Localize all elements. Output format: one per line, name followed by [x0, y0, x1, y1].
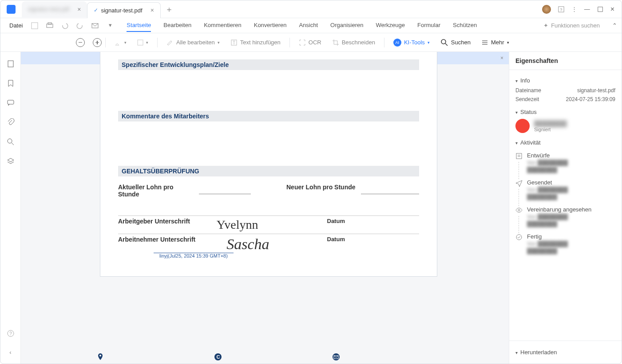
filename-label: Dateiname [515, 87, 541, 94]
activity-from: Von ████████ [527, 187, 568, 193]
activity-ts: ████████ [527, 194, 568, 200]
employer-sig-label: Arbeitgeber Unterschrift [118, 218, 190, 225]
zoom-in-icon[interactable] [93, 38, 102, 47]
activity-title: Gesendet [527, 179, 568, 186]
signature-metadata: linyj(Jul25, 2024 15:39 GMT+8) [154, 253, 234, 258]
toolbar: ▾ ▾ Alle bearbeiten▾ TText hinzufügen OC… [0, 33, 622, 52]
section-salary-review: GEHALTSÜBERPRÜFUNG [118, 166, 419, 176]
tab-2-close-icon[interactable]: × [151, 7, 154, 14]
tab-ansicht[interactable]: Ansicht [299, 19, 318, 32]
bottom-icons: C [41, 350, 395, 364]
tab-startseite[interactable]: Startseite [127, 19, 151, 32]
help-icon[interactable]: ? [558, 6, 564, 12]
eye-icon [515, 207, 523, 214]
new-wage-label: Neuer Lohn pro Stunde [286, 184, 356, 191]
zoom-out-icon[interactable] [76, 38, 85, 47]
layers-icon[interactable] [7, 157, 15, 165]
tab-konvertieren[interactable]: Konvertieren [254, 19, 287, 32]
svg-line-18 [12, 143, 14, 145]
check-circle-icon [515, 234, 523, 241]
activity-title: Vereinbarung angesehen [527, 206, 591, 213]
activity-from: Von ████████ [527, 241, 568, 247]
svg-rect-3 [32, 23, 38, 29]
ocr-tool[interactable]: OCR [293, 39, 327, 46]
maximize-icon[interactable] [597, 6, 603, 12]
date-label-2: Datum [327, 236, 345, 243]
sendtime-value: 2024-07-25 15:39:09 [566, 96, 615, 102]
thumbnails-icon[interactable] [7, 60, 15, 68]
minimize-icon[interactable]: — [584, 6, 590, 12]
tab-formular[interactable]: Formular [417, 19, 440, 32]
tab-organisieren[interactable]: Organisieren [330, 19, 363, 32]
app-icon[interactable] [7, 5, 16, 14]
shape-tool[interactable]: ▾ [132, 39, 154, 46]
info-header[interactable]: Info [515, 77, 615, 84]
drafts-icon [515, 153, 523, 160]
status-header[interactable]: Status [515, 109, 615, 115]
dropdown-icon[interactable]: ▾ [106, 22, 114, 30]
redo-icon[interactable] [76, 22, 84, 30]
sendtime-label: Sendezeit [515, 96, 539, 102]
highlight-tool[interactable]: ▾ [109, 39, 132, 46]
kebab-icon[interactable]: ⋮ [571, 6, 577, 12]
ai-tools[interactable]: AIKI-Tools▾ [388, 39, 435, 47]
add-text-tool[interactable]: TText hinzufügen [225, 39, 286, 46]
document-area[interactable]: Signiert, alle Signaturen sind gültig. Z… [21, 52, 509, 364]
tab-1-label: signatur-test.pdf [28, 6, 69, 12]
tab-werkzeuge[interactable]: Werkzeuge [376, 19, 405, 32]
tab-1-close-icon[interactable]: × [77, 6, 81, 13]
collapse-rail-icon[interactable]: ‹ [9, 349, 11, 356]
bookmark-icon[interactable] [7, 79, 15, 87]
mail-icon[interactable] [91, 22, 99, 30]
print-icon[interactable] [46, 22, 54, 30]
edit-all-tool[interactable]: Alle bearbeiten▾ [161, 39, 225, 46]
activity-ts: ████████ [527, 167, 568, 173]
signer-name: ████████ [534, 120, 567, 127]
new-tab-button[interactable]: ＋ [165, 4, 173, 15]
current-wage-label: Aktueller Lohn pro Stunde [118, 184, 194, 198]
tab-kommentieren[interactable]: Kommentieren [204, 19, 242, 32]
save-icon[interactable] [31, 22, 39, 30]
activity-from: Von ████████ [527, 214, 591, 220]
tab-1[interactable]: signatur-test.pdf × [22, 1, 87, 17]
more-tool[interactable]: Mehr▾ [476, 39, 515, 46]
activity-from: Von ████████ [527, 160, 568, 166]
comment-icon[interactable] [7, 99, 15, 107]
svg-rect-16 [8, 100, 14, 104]
activity-header[interactable]: Aktivität [515, 139, 615, 146]
activity-item-sent: Gesendet Von ████████ ████████ [515, 179, 615, 200]
feature-search[interactable]: ✦ Funktionen suchen [537, 22, 606, 29]
activity-title: Fertig [527, 233, 568, 240]
svg-rect-24 [516, 153, 522, 159]
current-wage-value [199, 184, 251, 194]
svg-point-10 [441, 39, 446, 44]
collapse-ribbon-icon[interactable]: ⌃ [612, 22, 617, 29]
user-avatar[interactable] [542, 5, 551, 14]
search-tool[interactable]: Suchen [435, 39, 476, 47]
new-wage-value [361, 184, 419, 194]
pdf-page: Spezifischer Entwicklungsplan/Ziele Komm… [100, 52, 437, 277]
tab-bearbeiten[interactable]: Bearbeiten [163, 19, 191, 32]
tab-schuetzen[interactable]: Schützen [453, 19, 477, 32]
attachment-icon[interactable] [7, 118, 15, 126]
tab-2[interactable]: ✓ signatur-test.pdf × [87, 2, 160, 18]
close-window-icon[interactable]: × [610, 5, 614, 13]
search-rail-icon[interactable] [7, 138, 15, 146]
svg-point-21 [99, 355, 101, 356]
download-header[interactable]: Herunterladen [515, 349, 615, 356]
signer-avatar [515, 119, 530, 133]
employee-signature: Sascha [226, 236, 269, 253]
svg-point-28 [516, 235, 522, 240]
ribbon-close-icon[interactable]: × [500, 55, 503, 61]
activity-ts: ████████ [527, 248, 568, 254]
crop-tool[interactable]: Beschneiden [327, 39, 380, 46]
left-rail: ? ‹ [0, 52, 21, 364]
sparkle-icon: ✦ [543, 22, 548, 29]
date-label-1: Datum [327, 218, 345, 224]
undo-icon[interactable] [61, 22, 69, 30]
ai-icon: AI [393, 39, 401, 47]
help-rail-icon[interactable]: ? [7, 329, 15, 337]
employee-sig-label: Arbeitnehmer Unterschrift [118, 236, 195, 253]
titlebar: signatur-test.pdf × ✓ signatur-test.pdf … [0, 0, 622, 18]
file-menu[interactable]: Datei [5, 22, 27, 29]
